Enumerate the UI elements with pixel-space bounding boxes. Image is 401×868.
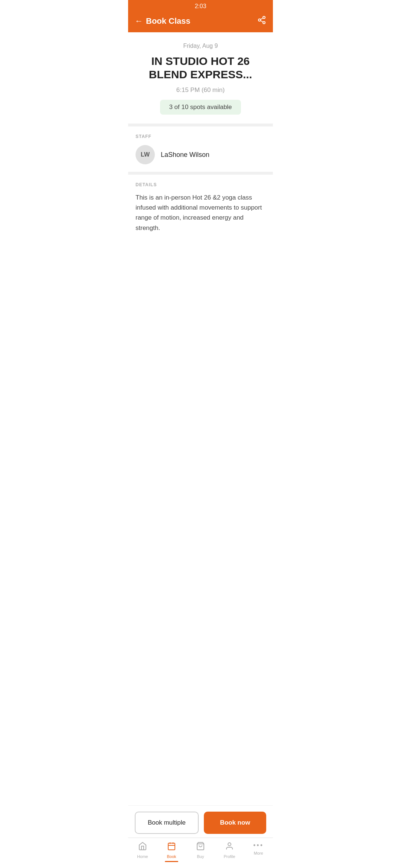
svg-point-2 (263, 22, 265, 24)
back-arrow-icon: ← (135, 17, 143, 25)
back-button[interactable]: ← Book Class (135, 16, 190, 26)
staff-section: STAFF LW LaShone Wilson (128, 126, 273, 175)
staff-initials: LW (141, 151, 150, 158)
svg-point-0 (263, 16, 265, 19)
class-time: 6:15 PM (60 min) (136, 86, 265, 94)
header-title: Book Class (146, 16, 190, 26)
main-content: Friday, Aug 9 IN STUDIO HOT 26 BLEND EXP… (128, 32, 273, 315)
staff-name: LaShone Wilson (161, 151, 209, 159)
share-button[interactable] (257, 16, 266, 26)
header: ← Book Class (128, 11, 273, 32)
class-name: IN STUDIO HOT 26 BLEND EXPRESS... (136, 55, 265, 81)
staff-avatar: LW (136, 145, 155, 164)
status-bar: 2:03 (128, 0, 273, 11)
details-section-label: DETAILS (136, 182, 265, 187)
staff-row: LW LaShone Wilson (136, 145, 265, 164)
svg-point-1 (258, 19, 261, 21)
svg-line-4 (261, 18, 263, 20)
details-section: DETAILS This is an in-person Hot 26 &2 y… (128, 175, 273, 248)
details-description: This is an in-person Hot 26 &2 yoga clas… (136, 193, 265, 233)
class-info-section: Friday, Aug 9 IN STUDIO HOT 26 BLEND EXP… (128, 32, 273, 126)
status-time: 2:03 (195, 3, 206, 9)
spots-badge: 3 of 10 spots available (160, 100, 241, 115)
class-date: Friday, Aug 9 (136, 43, 265, 49)
staff-section-label: STAFF (136, 134, 265, 139)
svg-line-3 (261, 21, 263, 22)
